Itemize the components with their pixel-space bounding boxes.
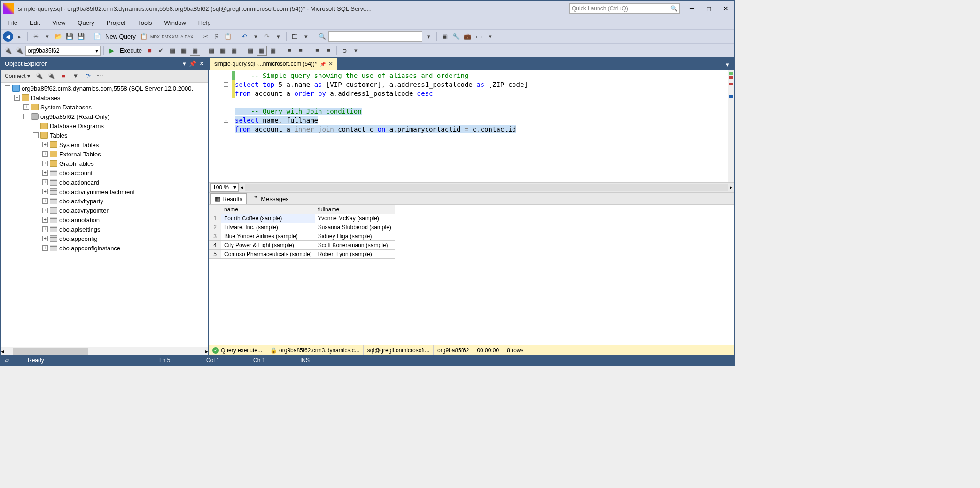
undo-icon[interactable]: ↶ — [239, 31, 249, 42]
props-icon[interactable]: 🗔 — [289, 31, 300, 42]
oe-connect-icon[interactable]: 🔌 — [34, 71, 44, 81]
r2g-icon[interactable]: ▦ — [218, 46, 228, 56]
panel-dropdown-icon[interactable]: ▾ — [183, 60, 186, 67]
display-plan-icon[interactable]: ▦ — [167, 46, 178, 56]
comment-out-icon[interactable]: ≡ — [312, 46, 322, 56]
new-query-button[interactable]: New Query — [103, 33, 138, 40]
outdent-icon[interactable]: ≡ — [296, 46, 306, 56]
r2t-icon[interactable]: ▦ — [206, 46, 217, 56]
tree-node[interactable]: +dbo.apisettings — [1, 225, 208, 234]
editor-line[interactable]: select top 5 a.name as [VIP customer], a… — [232, 80, 734, 89]
open-icon[interactable]: 📂 — [53, 31, 63, 42]
results-file-icon[interactable]: ▦ — [268, 46, 278, 56]
tree-node[interactable]: +dbo.activitymimeattachment — [1, 187, 208, 196]
close-button[interactable]: ✕ — [719, 4, 732, 13]
editor-line[interactable] — [232, 98, 734, 107]
tree-node[interactable]: −org9ba85f62.crm3.dynamics.com,5558 (SQL… — [1, 84, 208, 93]
save-all-icon[interactable]: 💾 — [76, 31, 86, 42]
tree-node[interactable]: Database Diagrams — [1, 121, 208, 131]
redo-drop-icon[interactable]: ▾ — [273, 31, 283, 42]
tab-pin-icon[interactable]: 📌 — [320, 62, 326, 67]
live-stats-icon[interactable]: ▦ — [190, 46, 200, 56]
row-number[interactable]: 3 — [209, 232, 221, 241]
tab-overflow-icon[interactable]: ▾ — [722, 59, 732, 70]
oe-stop-icon[interactable]: ■ — [58, 71, 69, 81]
minimize-button[interactable]: ─ — [685, 4, 699, 13]
expand-icon[interactable]: + — [42, 245, 48, 251]
expand-icon[interactable]: − — [23, 114, 29, 119]
undo-drop-icon[interactable]: ▾ — [250, 31, 261, 42]
editor-scrollbar[interactable] — [728, 70, 734, 182]
editor-line[interactable]: from account a inner join contact c on a… — [232, 125, 734, 134]
tree-node[interactable]: +dbo.appconfiginstance — [1, 243, 208, 253]
menu-tools[interactable]: Tools — [133, 17, 156, 28]
tree-horizontal-scrollbar[interactable]: ◂▸ — [1, 347, 208, 355]
panel-close-icon[interactable]: ✕ — [199, 60, 204, 67]
r2f-icon[interactable]: ▦ — [229, 46, 239, 56]
editor-line[interactable]: select name, fullname — [232, 116, 734, 125]
editor-line[interactable]: from account a order by a.address1_posta… — [232, 89, 734, 98]
restore-button[interactable]: ◻ — [702, 4, 716, 13]
include-plan-icon[interactable]: ▦ — [179, 46, 189, 56]
tree-node[interactable]: +dbo.actioncard — [1, 178, 208, 187]
quick-launch-input[interactable]: Quick Launch (Ctrl+Q) 🔍 — [569, 3, 680, 14]
table-row[interactable]: 5Contoso Pharmaceuticals (sample)Robert … — [209, 250, 395, 259]
menu-help[interactable]: Help — [194, 17, 216, 28]
copy-icon[interactable]: ⎘ — [211, 31, 222, 42]
save-icon[interactable]: 💾 — [64, 31, 75, 42]
cell[interactable]: City Power & Light (sample) — [221, 241, 315, 250]
cell[interactable]: Susanna Stubberod (sample) — [315, 223, 395, 232]
row-number[interactable]: 5 — [209, 250, 221, 259]
menu-window[interactable]: Window — [160, 17, 191, 28]
tree-node[interactable]: +dbo.annotation — [1, 215, 208, 225]
menu-project[interactable]: Project — [102, 17, 130, 28]
expand-icon[interactable]: + — [42, 217, 48, 223]
expand-icon[interactable]: + — [42, 142, 48, 147]
tree-node[interactable]: +GraphTables — [1, 159, 208, 168]
outline-toggle-icon[interactable]: - — [224, 82, 228, 87]
dropdown-icon[interactable]: ▾ — [42, 31, 52, 42]
find-icon[interactable]: 🔍 — [317, 31, 327, 42]
connect-button[interactable]: Connect ▾ — [3, 73, 32, 79]
menu-edit[interactable]: Edit — [25, 17, 45, 28]
menu-view[interactable]: View — [47, 17, 70, 28]
sqlcmd-icon[interactable]: ➲ — [340, 46, 350, 56]
menu-file[interactable]: File — [3, 17, 22, 28]
row-number[interactable]: 2 — [209, 223, 221, 232]
expand-icon[interactable]: + — [42, 208, 48, 213]
cell[interactable]: Blue Yonder Airlines (sample) — [221, 232, 315, 241]
tree-node[interactable]: +dbo.activitypointer — [1, 206, 208, 215]
editor-line[interactable]: -- Simple query showing the use of alias… — [232, 71, 734, 80]
oe-filter-icon[interactable]: ▼ — [70, 71, 81, 81]
editor-content[interactable]: -- Simple query showing the use of alias… — [231, 70, 734, 182]
oe-disconnect-icon[interactable]: 🔌 — [46, 71, 56, 81]
column-header[interactable]: fullname — [315, 205, 395, 214]
results-grid[interactable]: namefullname1Fourth Coffee (sample)Yvonn… — [209, 205, 734, 345]
tree-node[interactable]: +dbo.activityparty — [1, 196, 208, 206]
results-tab[interactable]: ▦ Results — [210, 193, 247, 204]
props-drop-icon[interactable]: ▾ — [301, 31, 311, 42]
tree-node[interactable]: +System Databases — [1, 102, 208, 112]
document-tab[interactable]: simple-query.sql -...nmicrosoft.com (54)… — [210, 58, 337, 70]
tree-node[interactable]: +dbo.account — [1, 168, 208, 178]
execute-play-icon[interactable]: ▶ — [107, 46, 117, 56]
editor-hscroll[interactable] — [245, 184, 728, 191]
menu-query[interactable]: Query — [73, 17, 99, 28]
expand-icon[interactable]: + — [42, 179, 48, 185]
expand-icon[interactable]: − — [33, 132, 39, 138]
expand-icon[interactable]: + — [42, 161, 48, 166]
expand-icon[interactable]: + — [42, 151, 48, 157]
oe-activity-icon[interactable]: 〰 — [95, 71, 105, 81]
tab-close-icon[interactable]: ✕ — [328, 61, 333, 67]
mdx-icon[interactable]: MDX — [150, 31, 160, 42]
overflow2-icon[interactable]: ▾ — [351, 46, 361, 56]
cell[interactable]: Sidney Higa (sample) — [315, 232, 395, 241]
find-combo[interactable] — [328, 31, 422, 42]
oe-refresh-icon[interactable]: ⟳ — [83, 71, 93, 81]
cell[interactable]: Litware, Inc. (sample) — [221, 223, 315, 232]
tree-node[interactable]: +External Tables — [1, 149, 208, 159]
stop-icon[interactable]: ■ — [145, 46, 155, 56]
expand-icon[interactable]: + — [42, 226, 48, 232]
cell[interactable]: Fourth Coffee (sample) — [221, 214, 315, 223]
nav-back-icon[interactable]: ◀ — [3, 31, 13, 42]
